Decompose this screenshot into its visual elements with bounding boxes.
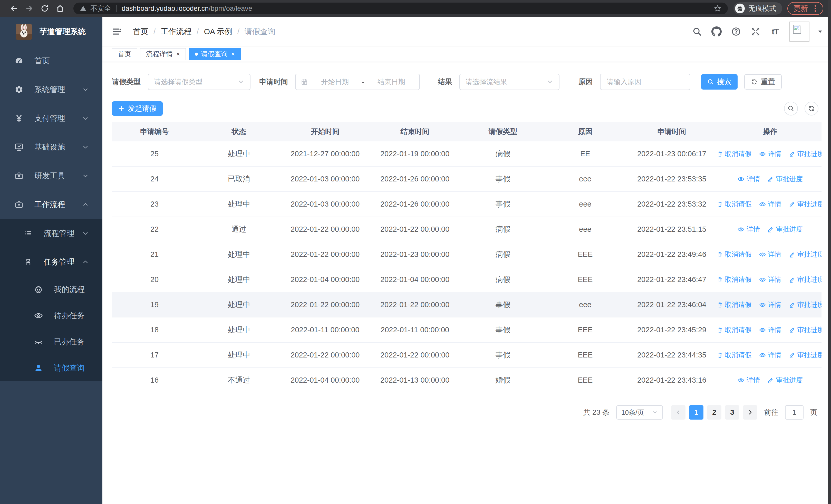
browser-back-icon[interactable] <box>6 1 22 16</box>
cell-apply_time: 2022-01-22 23:46:47 <box>625 275 719 284</box>
table-row-24[interactable]: 24已取消2022-01-03 00:00:002022-01-26 00:00… <box>112 167 822 192</box>
table-row-19[interactable]: 19处理中2022-01-22 00:00:002022-01-22 00:00… <box>112 292 822 318</box>
create-leave-button[interactable]: 发起请假 <box>112 101 163 116</box>
table-row-16[interactable]: 16不通过2022-01-04 00:00:002022-01-13 00:00… <box>112 368 822 393</box>
tab-close-icon[interactable]: × <box>231 51 235 58</box>
window-scrollbar[interactable] <box>828 0 831 504</box>
page-button-3[interactable]: 3 <box>725 405 739 420</box>
date-start-placeholder[interactable]: 开始日期 <box>312 77 358 87</box>
progress-action-link[interactable]: 审批进度 <box>789 325 822 334</box>
leave-type-select[interactable]: 请选择请假类型 <box>148 73 251 90</box>
sidebar-item-devtools[interactable]: 研发工具 <box>0 161 103 190</box>
detail-action-link[interactable]: 详情 <box>759 250 781 259</box>
sidebar-item-done-tasks[interactable]: 已办任务 <box>0 329 103 355</box>
page-button-2[interactable]: 2 <box>707 405 721 420</box>
page-button-1[interactable]: 1 <box>689 405 704 420</box>
view-tab-0[interactable]: 首页 <box>112 48 137 60</box>
progress-action-link[interactable]: 审批进度 <box>789 300 822 309</box>
reason-label: 原因 <box>578 77 593 87</box>
cancel-action-link[interactable]: 取消请假 <box>719 275 751 284</box>
cancel-action-link[interactable]: 取消请假 <box>719 149 751 158</box>
cancel-action-link[interactable]: 取消请假 <box>719 200 751 209</box>
progress-action-link[interactable]: 审批进度 <box>789 250 822 259</box>
detail-action-link[interactable]: 详情 <box>759 325 781 334</box>
table-row-23[interactable]: 23处理中2022-01-03 00:00:002022-01-26 00:00… <box>112 192 822 217</box>
fullscreen-icon[interactable] <box>750 26 761 37</box>
reason-input[interactable]: 请输入原因 <box>600 73 690 90</box>
sidebar-item-home[interactable]: 首页 <box>0 47 103 75</box>
security-label[interactable]: 不安全 <box>90 4 111 13</box>
header-search-icon[interactable] <box>692 26 702 37</box>
sidebar-item-leave-query[interactable]: 请假查询 <box>0 355 103 381</box>
cancel-action-link[interactable]: 取消请假 <box>719 300 751 309</box>
sidebar-item-my-process[interactable]: 我的流程 <box>0 276 103 302</box>
github-icon[interactable] <box>711 26 722 37</box>
browser-forward-icon[interactable] <box>22 1 37 16</box>
help-icon[interactable] <box>731 26 741 37</box>
sidebar-item-workflow[interactable]: 工作流程 <box>0 190 103 219</box>
progress-action-link[interactable]: 审批进度 <box>767 376 803 385</box>
table-row-17[interactable]: 17处理中2022-01-22 00:00:002022-01-22 00:00… <box>112 343 822 368</box>
table-search-toggle-icon[interactable] <box>784 101 798 116</box>
table-row-20[interactable]: 20处理中2022-01-04 00:00:002022-01-04 00:00… <box>112 267 822 292</box>
cancel-action-link[interactable]: 取消请假 <box>719 351 751 359</box>
prev-page-button[interactable] <box>671 405 686 420</box>
table-row-22[interactable]: 22通过2022-01-22 00:00:002022-01-22 00:00:… <box>112 217 822 242</box>
edit-icon <box>789 352 795 358</box>
apply-time-range-picker[interactable]: 开始日期 - 结束日期 <box>295 73 420 90</box>
sidebar-item-system[interactable]: 系统管理 <box>0 75 103 104</box>
search-button[interactable]: 搜索 <box>701 74 738 90</box>
view-tab-1[interactable]: 流程详情× <box>140 48 186 60</box>
avatar-caret-icon[interactable] <box>817 28 823 35</box>
browser-reload-icon[interactable] <box>37 1 52 16</box>
cancel-action-link[interactable]: 取消请假 <box>719 250 751 259</box>
table-row-25[interactable]: 25处理中2021-12-27 00:00:002022-01-19 00:00… <box>112 141 822 167</box>
detail-action-link[interactable]: 详情 <box>759 300 781 309</box>
cell-start_time: 2022-01-11 00:00:00 <box>281 326 370 334</box>
detail-action-link[interactable]: 详情 <box>737 376 760 385</box>
browser-menu-icon[interactable] <box>812 5 819 12</box>
progress-action-link[interactable]: 审批进度 <box>789 351 822 359</box>
browser-update-button[interactable]: 更新 <box>787 2 823 15</box>
bookmark-star-icon[interactable] <box>713 4 722 12</box>
sidebar-item-infrastructure[interactable]: 基础设施 <box>0 133 103 161</box>
reset-button[interactable]: 重置 <box>744 74 782 90</box>
url-bar[interactable]: 不安全 dashboard.yudao.iocoder.cn/bpm/oa/le… <box>74 3 728 14</box>
sidebar-item-payment[interactable]: 支付管理 <box>0 104 103 133</box>
date-end-placeholder[interactable]: 结束日期 <box>369 77 414 87</box>
cell-end_time: 2022-01-22 00:00:00 <box>370 351 460 359</box>
detail-action-link[interactable]: 详情 <box>759 200 781 209</box>
progress-action-link[interactable]: 审批进度 <box>767 175 803 183</box>
sidebar-item-process-mgmt[interactable]: 流程管理 <box>0 219 103 248</box>
progress-action-link[interactable]: 审批进度 <box>767 225 803 234</box>
sidebar-item-task-mgmt[interactable]: 任务管理 <box>0 248 103 276</box>
progress-action-link[interactable]: 审批进度 <box>789 149 822 158</box>
detail-action-link[interactable]: 详情 <box>759 351 781 359</box>
sidebar-toggle-icon[interactable] <box>112 26 122 37</box>
browser-home-icon[interactable] <box>52 1 68 16</box>
table-row-21[interactable]: 21处理中2022-01-22 00:00:002022-01-23 00:00… <box>112 242 822 267</box>
user-avatar[interactable] <box>790 22 809 41</box>
sidebar-item-todo-tasks[interactable]: 待办任务 <box>0 302 103 329</box>
font-size-icon[interactable]: tT <box>770 26 780 37</box>
breadcrumb-home[interactable]: 首页 <box>133 26 148 37</box>
view-tab-2[interactable]: 请假查询× <box>189 48 241 60</box>
table-refresh-icon[interactable] <box>805 101 819 116</box>
detail-action-link[interactable]: 详情 <box>737 175 760 183</box>
table-row-18[interactable]: 18处理中2022-01-11 00:00:002022-01-11 00:00… <box>112 318 822 343</box>
goto-page-input[interactable]: 1 <box>785 405 804 420</box>
page-size-select[interactable]: 10条/页 <box>616 405 663 420</box>
app-logo[interactable]: 芋道管理系统 <box>0 17 103 47</box>
progress-action-link[interactable]: 审批进度 <box>789 200 822 209</box>
sidebar-item-label: 首页 <box>34 56 103 66</box>
tab-close-icon[interactable]: × <box>176 51 180 58</box>
next-page-button[interactable] <box>743 405 757 420</box>
detail-action-link[interactable]: 详情 <box>737 225 760 234</box>
cancel-action-link[interactable]: 取消请假 <box>719 325 751 334</box>
chevron-up-icon <box>82 259 89 266</box>
result-select[interactable]: 请选择流结果 <box>459 73 560 90</box>
progress-action-link[interactable]: 审批进度 <box>789 275 822 284</box>
detail-action-link[interactable]: 详情 <box>759 275 781 284</box>
detail-action-link[interactable]: 详情 <box>759 149 781 158</box>
not-secure-warning-icon <box>80 5 87 12</box>
